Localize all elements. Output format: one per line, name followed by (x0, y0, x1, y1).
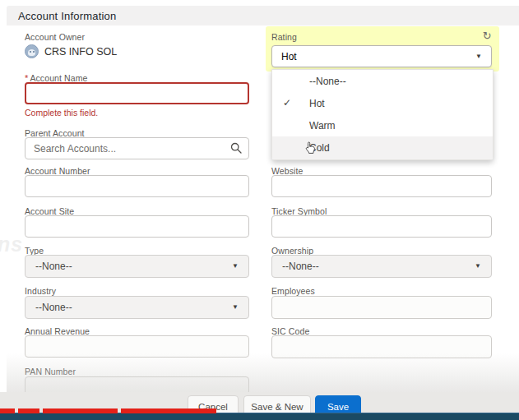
ownership-select[interactable]: --None-- ▼ (271, 255, 492, 278)
ticker-symbol-input[interactable] (271, 215, 492, 238)
rating-option-none[interactable]: --None-- (272, 70, 493, 92)
video-watermark: ns (0, 233, 23, 256)
rating-option-warm[interactable]: Warm (272, 114, 493, 136)
form-bottom-fade (7, 353, 519, 392)
rating-combobox[interactable]: Hot ▼ (271, 45, 492, 67)
industry-label: Industry (25, 286, 56, 296)
search-icon[interactable] (230, 142, 242, 154)
account-owner-value: CRS INFO SOL (44, 46, 117, 58)
video-progress-segment[interactable] (18, 408, 39, 413)
parent-account-search-input[interactable] (25, 137, 249, 159)
website-input[interactable] (271, 175, 492, 197)
ownership-select-value: --None-- (282, 261, 319, 272)
chevron-down-icon: ▼ (475, 53, 482, 60)
rating-option-cold[interactable]: Cold (272, 136, 493, 159)
video-progress-segment[interactable] (43, 408, 118, 413)
check-icon: ✓ (283, 97, 291, 108)
bottom-player-bar (0, 413, 519, 420)
chevron-down-icon: ▼ (232, 304, 239, 311)
video-progress-segment[interactable] (0, 408, 15, 413)
employees-label: Employees (271, 286, 315, 296)
section-header: Account Information (7, 6, 519, 25)
employees-input[interactable] (271, 296, 492, 319)
video-progress-segment[interactable] (121, 408, 216, 413)
section-title: Account Information (18, 10, 116, 22)
user-avatar-icon (25, 44, 39, 58)
chevron-down-icon: ▼ (475, 263, 481, 270)
rating-combobox-value: Hot (281, 51, 297, 62)
account-name-input[interactable] (25, 82, 249, 104)
account-owner-label: Account Owner (25, 32, 85, 42)
rating-option-hot[interactable]: ✓ Hot (272, 92, 493, 114)
industry-select-value: --None-- (35, 302, 72, 313)
account-site-input[interactable] (25, 215, 249, 238)
undo-icon[interactable]: ↺ (481, 30, 493, 42)
industry-select[interactable]: --None-- ▼ (25, 296, 249, 319)
type-select[interactable]: --None-- ▼ (25, 255, 249, 278)
hand-cursor-icon (305, 141, 316, 155)
account-name-error: Complete this field. (25, 108, 98, 118)
rating-dropdown-panel: --None-- ✓ Hot Warm Cold (271, 69, 494, 160)
account-owner-value-row: CRS INFO SOL (25, 44, 117, 58)
type-select-value: --None-- (35, 261, 72, 272)
chevron-down-icon: ▼ (232, 263, 239, 270)
rating-label: Rating (271, 32, 297, 42)
account-number-input[interactable] (25, 175, 249, 197)
